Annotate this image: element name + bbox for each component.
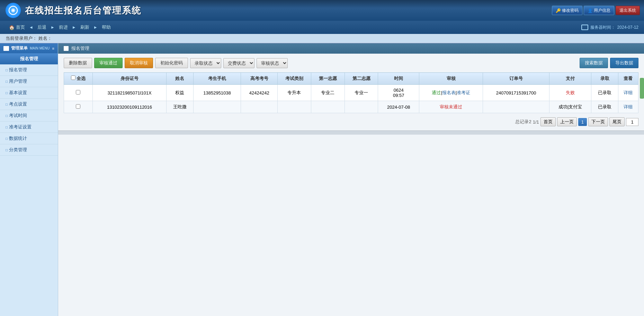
content-body: 删除数据 审核通过 取消审核 初始化密码 录取状态 交费状态 审核状态 搜索数据… — [58, 54, 644, 130]
sidebar-item-kaoshi-time[interactable]: 考试时间 — [0, 110, 58, 121]
sidebar-item-category[interactable]: 分类管理 — [0, 144, 58, 156]
row1-wish2: 专业一 — [345, 85, 378, 101]
toolbar-arrow-help: ► — [93, 25, 98, 30]
sidebar-item-cert[interactable]: 准考证设置 — [0, 121, 58, 133]
row1-examno: 42424242 — [241, 85, 278, 101]
row2-wish1 — [311, 101, 345, 113]
col-enroll: 录取 — [591, 73, 618, 85]
next-page-btn[interactable]: 下一页 — [588, 117, 608, 126]
user-info-button[interactable]: 👤 用户信息 — [584, 6, 614, 15]
row1-phone: 13852951038 — [193, 85, 241, 101]
row1-checkbox[interactable] — [64, 85, 93, 101]
home-icon: 🏠 — [9, 25, 15, 30]
logout-button[interactable]: 退出系统 — [616, 6, 640, 15]
row1-wish1: 专业二 — [311, 85, 345, 101]
col-detail: 查看 — [618, 73, 638, 85]
toolbar-refresh[interactable]: 刷新 — [77, 23, 93, 32]
content-header: 报名管理 — [58, 43, 644, 54]
select-all-checkbox[interactable] — [71, 75, 75, 80]
sidebar-item-kaozhong[interactable]: 考点设置 — [0, 99, 58, 110]
col-pay: 支付 — [549, 73, 591, 85]
sidebar-item-stats[interactable]: 数据统计 — [0, 133, 58, 144]
row2-checkbox[interactable] — [64, 101, 93, 113]
sidebar-active-item: 报名管理 — [0, 53, 58, 64]
table-row: 131023200109112016 王吃撒 2024-07-08 审核未通过 … — [64, 101, 638, 113]
table-body: 3211821985071l101X 权益 13852951038 424242… — [64, 85, 638, 113]
horizontal-scrollbar[interactable] — [58, 130, 644, 135]
init-pwd-btn[interactable]: 初始化密码 — [155, 58, 188, 68]
monitor-icon — [581, 25, 588, 30]
page-fraction: 1/1 — [533, 119, 539, 125]
pay-status-select[interactable]: 交费状态 — [223, 58, 254, 68]
approve-btn[interactable]: 审核通过 — [94, 58, 123, 68]
first-page-btn[interactable]: 首页 — [540, 117, 556, 126]
row1-order: 2407091715391700 — [483, 85, 549, 101]
cancel-approve-btn[interactable]: 取消审核 — [125, 58, 153, 68]
prev-page-btn[interactable]: 上一页 — [557, 117, 577, 126]
row2-examtype — [278, 101, 311, 113]
row2-review: 审核未通过 — [419, 101, 483, 113]
sidebar-header: 管理菜单 MAIN MENU ≡ — [0, 43, 58, 53]
current-user-bar: 当前登录用户： 姓名： — [0, 34, 644, 43]
col-order: 订单号 — [483, 73, 549, 85]
search-btn[interactable]: 搜索数据 — [580, 58, 608, 68]
header-actions: 🔑 修改密码 👤 用户信息 退出系统 — [552, 6, 640, 15]
pagination: 总记录2 1/1 首页 上一页 1 下一页 尾页 — [64, 117, 638, 126]
row2-idcard: 131023200109112016 — [92, 101, 166, 113]
toolbar-back[interactable]: 后退 — [34, 23, 50, 32]
user-icon: 👤 — [588, 8, 593, 13]
sidebar-item-baoming[interactable]: 报名管理 — [0, 64, 58, 76]
action-bar: 删除数据 审核通过 取消审核 初始化密码 录取状态 交费状态 审核状态 搜索数据… — [64, 58, 638, 68]
app-header: 在线招生报名后台管理系统 🔑 修改密码 👤 用户信息 退出系统 — [0, 0, 644, 21]
app-logo — [6, 3, 21, 18]
row1-review-list-link[interactable]: 报名表 — [442, 90, 456, 95]
col-select: 全选 — [64, 73, 93, 85]
toolbar-arrow-fwd: ► — [51, 25, 55, 30]
toolbar-help[interactable]: 帮助 — [98, 23, 114, 32]
main-layout: 管理菜单 MAIN MENU ≡ 报名管理 报名管理 用户管理 基本设置 考点设… — [0, 43, 644, 316]
row1-review-cert-link[interactable]: 准考证 — [457, 90, 470, 95]
toolbar-arrow-back: ◄ — [29, 25, 33, 30]
content-header-title: 报名管理 — [71, 45, 89, 52]
review-status-select[interactable]: 审核状态 — [257, 58, 288, 68]
delete-btn[interactable]: 删除数据 — [64, 58, 92, 68]
row1-detail[interactable]: 详细 — [618, 85, 638, 101]
svg-point-2 — [12, 9, 14, 11]
change-pwd-button[interactable]: 🔑 修改密码 — [552, 6, 582, 15]
row2-examno — [241, 101, 278, 113]
row1-time: 062409:57 — [378, 85, 419, 101]
col-wish2: 第二志愿 — [345, 73, 378, 85]
col-name: 姓名 — [167, 73, 193, 85]
row1-review: 通过|报名表|准考证 — [419, 85, 483, 101]
row1-name: 权益 — [167, 85, 193, 101]
total-records: 总记录2 — [515, 119, 531, 125]
row2-wish2 — [345, 101, 378, 113]
col-phone: 考生手机 — [193, 73, 241, 85]
row1-review-pass-link[interactable]: 通过 — [432, 90, 441, 95]
row2-phone — [193, 101, 241, 113]
table-row: 3211821985071l101X 权益 13852951038 424242… — [64, 85, 638, 101]
toolbar: 🏠 首页 ◄ 后退 ► 前进 ► 刷新 ► 帮助 服务器时间： 2024-07-… — [0, 21, 644, 34]
right-scroll-indicator — [640, 78, 644, 99]
row1-pay: 失败 — [549, 85, 591, 101]
row2-detail[interactable]: 详细 — [618, 101, 638, 113]
current-page: 1 — [578, 118, 587, 126]
col-examno: 高考考号 — [241, 73, 278, 85]
sidebar-collapse-icon[interactable]: ≡ — [52, 46, 54, 51]
row2-pay: 成功|支付宝 — [549, 101, 591, 113]
sidebar-item-basic[interactable]: 基本设置 — [0, 87, 58, 99]
toolbar-arrow-refresh: ► — [72, 25, 76, 30]
toolbar-home[interactable]: 🏠 首页 — [6, 23, 28, 32]
app-title: 在线招生报名后台管理系统 — [25, 4, 141, 17]
key-icon: 🔑 — [556, 8, 561, 13]
export-btn[interactable]: 导出数据 — [610, 58, 638, 68]
toolbar-forward[interactable]: 前进 — [55, 23, 71, 32]
data-table: 全选 身份证号 姓名 考生手机 高考考号 考试类别 第一志愿 第二志愿 时间 审… — [64, 72, 638, 113]
table-header: 全选 身份证号 姓名 考生手机 高考考号 考试类别 第一志愿 第二志愿 时间 审… — [64, 73, 638, 85]
last-page-btn[interactable]: 尾页 — [609, 117, 625, 126]
enroll-status-select[interactable]: 录取状态 — [190, 58, 221, 68]
goto-page-input[interactable] — [626, 118, 638, 126]
main-content: 报名管理 删除数据 审核通过 取消审核 初始化密码 录取状态 交费状态 审核状态 — [58, 43, 644, 316]
sidebar-item-user[interactable]: 用户管理 — [0, 76, 58, 87]
col-review: 审核 — [419, 73, 483, 85]
